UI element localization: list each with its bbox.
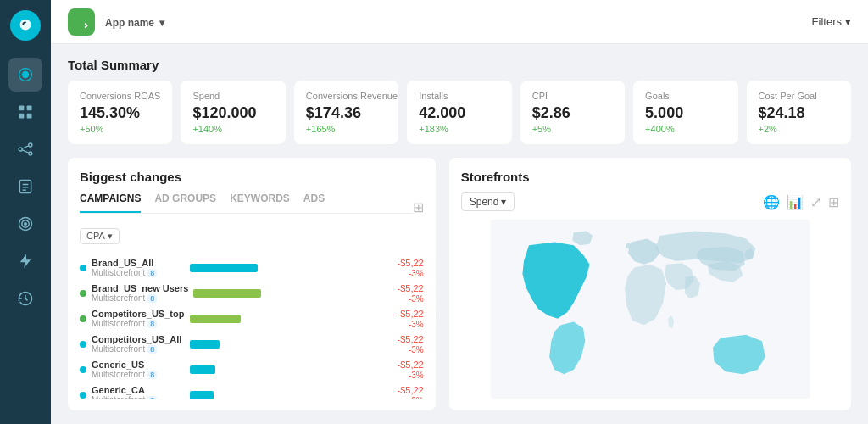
- campaign-row: Brand_US_All Multistorefront 8 -$5,22 -3…: [80, 258, 424, 278]
- card-value: $174.36: [306, 104, 387, 122]
- summary-title: Total Summary: [68, 58, 851, 72]
- campaign-change: -$5,22 -3%: [381, 258, 424, 278]
- tab-ads[interactable]: ADS: [303, 192, 325, 213]
- world-map: [461, 220, 839, 399]
- card-label: Conversions ROAS: [80, 91, 160, 101]
- cpa-arrow: ▾: [108, 231, 113, 242]
- change-pct: -3%: [409, 396, 424, 399]
- app-name-button[interactable]: App name ▾: [103, 14, 164, 29]
- change-value: -$5,22: [398, 360, 424, 370]
- cpa-label: CPA: [86, 231, 105, 241]
- campaign-sub: Multistorefront 8: [92, 319, 185, 328]
- header-left: App name ▾: [68, 8, 164, 36]
- campaign-name: Competitors_US_All: [92, 334, 185, 344]
- summary-section: Total Summary Conversions ROAS 145.30% +…: [68, 58, 851, 144]
- grid-icon[interactable]: ⊞: [828, 194, 839, 210]
- svg-rect-4: [19, 114, 25, 119]
- biggest-changes-panel: Biggest changes CAMPAIGNSAD GROUPSKEYWOR…: [68, 158, 436, 410]
- campaign-name: Generic_CA: [92, 385, 185, 395]
- sidebar-item-reports[interactable]: [8, 170, 42, 204]
- sidebar: [0, 0, 51, 424]
- tab-ad-groups[interactable]: AD GROUPS: [154, 192, 216, 213]
- bar-teal: [190, 340, 220, 349]
- campaign-info: Competitors_US_All Multistorefront 8: [92, 334, 185, 354]
- campaign-sub: Multistorefront 8: [92, 268, 185, 277]
- change-pct: -3%: [409, 320, 424, 329]
- sidebar-item-history[interactable]: [8, 282, 42, 315]
- app-icon: [68, 8, 95, 36]
- campaign-dot: [80, 392, 86, 399]
- card-change: +165%: [306, 124, 387, 134]
- card-label: Installs: [419, 91, 499, 101]
- card-change: +5%: [532, 124, 613, 134]
- bar-container: [190, 313, 376, 325]
- campaign-badge: 8: [147, 396, 157, 399]
- card-value: 5.000: [645, 104, 726, 122]
- storefronts-title: Storefronts: [461, 170, 839, 184]
- tabs-row: CAMPAIGNSAD GROUPSKEYWORDSADS ⊞: [80, 192, 424, 222]
- campaign-name: Competitors_US_top: [92, 309, 185, 319]
- header: App name ▾ Filters ▾: [51, 0, 868, 44]
- campaign-change: -$5,22 -3%: [381, 360, 424, 380]
- sidebar-item-bolt[interactable]: [8, 244, 42, 278]
- storefront-icons: 🌐 📊 ⤢ ⊞: [763, 194, 839, 210]
- campaign-change: -$5,22 -3%: [381, 385, 424, 399]
- summary-card: Conversions Revenue $174.36 +165%: [294, 81, 398, 144]
- svg-point-6: [19, 148, 22, 151]
- bar-green: [190, 315, 241, 323]
- summary-card: Goals 5.000 +400%: [633, 81, 737, 144]
- campaign-dot: [80, 366, 86, 373]
- campaign-badge: 8: [147, 345, 157, 354]
- tab-keywords[interactable]: KEYWORDS: [230, 192, 290, 213]
- campaign-row: Competitors_US_All Multistorefront 8 -$5…: [80, 334, 424, 354]
- globe-icon[interactable]: 🌐: [763, 194, 780, 210]
- cpa-dropdown[interactable]: CPA ▾: [80, 228, 120, 244]
- card-change: +400%: [645, 124, 726, 134]
- campaign-change: -$5,22 -3%: [381, 334, 424, 354]
- campaign-sub: Multistorefront 8: [92, 344, 185, 354]
- summary-card: Cost Per Goal $24.18 +2%: [747, 81, 851, 144]
- campaign-dot: [80, 265, 86, 271]
- sidebar-item-connections[interactable]: [8, 132, 42, 166]
- card-change: +2%: [759, 124, 839, 134]
- bar-chart-icon[interactable]: 📊: [787, 194, 804, 210]
- svg-point-7: [29, 143, 32, 147]
- expand-icon[interactable]: ⤢: [810, 194, 821, 210]
- tab-options-icon[interactable]: ⊞: [413, 199, 424, 215]
- campaign-name: Brand_US_new Users: [92, 283, 188, 293]
- change-pct: -3%: [409, 294, 424, 304]
- card-label: Conversions Revenue: [306, 91, 387, 101]
- tab-campaigns[interactable]: CAMPAIGNS: [80, 192, 141, 213]
- bar-teal: [190, 391, 214, 399]
- bar-green: [193, 289, 261, 298]
- svg-point-17: [25, 223, 27, 226]
- campaign-info: Competitors_US_top Multistorefront 8: [92, 309, 185, 328]
- campaign-badge: 8: [147, 294, 157, 303]
- biggest-changes-title: Biggest changes: [80, 170, 424, 184]
- svg-line-9: [22, 146, 29, 148]
- filters-label: Filters: [812, 15, 842, 28]
- card-value: $120.000: [192, 104, 273, 122]
- change-value: -$5,22: [398, 283, 424, 293]
- storefronts-panel: Storefronts Spend ▾ 🌐 📊 ⤢ ⊞: [449, 158, 851, 410]
- sidebar-item-dashboard[interactable]: [8, 95, 42, 129]
- spend-dropdown[interactable]: Spend ▾: [461, 192, 515, 211]
- sidebar-item-home[interactable]: [8, 58, 42, 92]
- svg-rect-3: [27, 106, 32, 111]
- card-label: Spend: [192, 91, 273, 101]
- change-value: -$5,22: [398, 385, 424, 395]
- campaign-list: Brand_US_All Multistorefront 8 -$5,22 -3…: [80, 258, 424, 399]
- card-change: +50%: [80, 124, 160, 134]
- app-name-arrow: ▾: [159, 17, 164, 29]
- summary-card: CPI $2.86 +5%: [520, 81, 625, 144]
- svg-line-10: [22, 150, 29, 153]
- bar-container: [190, 389, 376, 399]
- campaign-dot: [80, 315, 86, 322]
- campaign-badge: 8: [147, 320, 157, 328]
- storefront-header: Spend ▾ 🌐 📊 ⤢ ⊞: [461, 192, 839, 211]
- sidebar-item-target[interactable]: [8, 207, 42, 241]
- campaign-info: Brand_US_All Multistorefront 8: [92, 258, 185, 277]
- filters-button[interactable]: Filters ▾: [812, 15, 851, 28]
- campaign-row: Brand_US_new Users Multistorefront 8 -$5…: [80, 283, 424, 304]
- main-content: App name ▾ Filters ▾ Total Summary Conve…: [51, 0, 868, 424]
